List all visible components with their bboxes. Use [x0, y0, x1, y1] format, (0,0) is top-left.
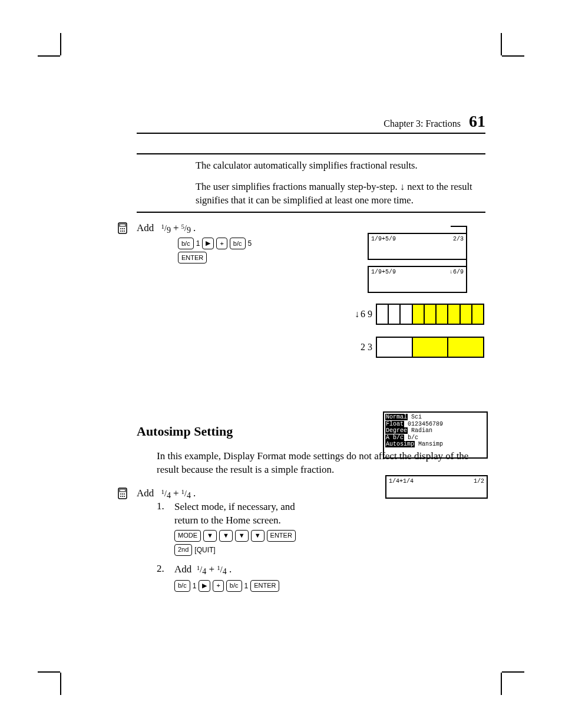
step2-number: 2. [157, 563, 168, 592]
key-bc: b/c [226, 580, 242, 592]
svg-point-2 [120, 228, 121, 229]
autosimp-row2-text: The user simplifies fractions manually s… [196, 180, 485, 207]
example1-frac2: 5/9 [181, 222, 191, 235]
table-row: The user simplifies fractions manually s… [137, 177, 485, 212]
key-1: 1 [193, 581, 197, 591]
key-plus: + [216, 238, 227, 249]
frac-2-3: 2 3 [361, 342, 372, 353]
key-plus: + [213, 580, 223, 592]
bar-strip-3 [376, 337, 484, 358]
step1-number: 1. [157, 500, 168, 556]
screen-mansimp-result: 1/9+5/9 ↓6/9 [368, 266, 467, 293]
calculator-icon [118, 222, 127, 237]
page-number: 61 [469, 112, 485, 130]
example2-frac1: 1/4 [161, 487, 171, 500]
key-1b: 1 [244, 581, 249, 591]
step2-trail: . [229, 564, 232, 575]
screen1-expr: 1/9+5/9 [371, 236, 396, 242]
example1-plus: + [173, 222, 179, 234]
key-right: ▶ [202, 238, 214, 249]
step2-keys: b/c 1 ▶ + b/c 1 ENTER [174, 580, 310, 592]
autosimp-row1-text: The calculator automatically simplifies … [196, 159, 485, 172]
example2-lead: Add [137, 487, 154, 499]
example2-trail: . [193, 487, 196, 499]
key-right: ▶ [199, 580, 210, 592]
screen2-expr: 1/9+5/9 [371, 269, 396, 275]
result-screen-2: 1/4+1/4 1/2 [385, 475, 488, 499]
key-down: ▼ [251, 530, 265, 542]
header-rule [137, 133, 485, 134]
svg-point-3 [122, 228, 123, 229]
example2-frac2: 1/4 [181, 487, 191, 500]
fraction-bar-chart: ↓ 6 9 2 [344, 304, 485, 358]
screen-autosimp-result: 1/9+5/9 2/3 [368, 233, 467, 260]
down-arrow-icon: ↓ [355, 309, 359, 319]
bar-strip-9 [376, 304, 484, 325]
step2-frac2: 1/4 [217, 563, 226, 578]
svg-rect-9 [120, 489, 125, 492]
svg-point-4 [124, 228, 125, 229]
autosimp-table: The calculator automatically simplifies … [137, 153, 485, 213]
example2-plus: + [173, 487, 179, 499]
key-enter: ENTER [178, 252, 207, 263]
key-bc: b/c [230, 238, 246, 249]
key-bc: b/c [174, 580, 190, 592]
bar-row-6-9: ↓ 6 9 [344, 304, 485, 325]
key-down: ▼ [235, 530, 249, 542]
key-enter: ENTER [267, 530, 296, 542]
example1-frac1: 1/9 [161, 222, 171, 235]
step2-lead: Add [174, 564, 191, 575]
svg-point-15 [124, 496, 125, 497]
key-bc: b/c [178, 238, 194, 249]
key-down: ▼ [219, 530, 233, 542]
svg-point-14 [122, 496, 123, 497]
svg-point-12 [124, 493, 125, 495]
key-mode: MODE [174, 530, 201, 542]
table-row: The calculator automatically simplifies … [137, 154, 485, 177]
step-1: 1. Select mode, if necessary, and return… [157, 500, 485, 556]
example1-trail: . [193, 222, 196, 234]
mode-line-5: Autosimp Mansimp [385, 441, 485, 448]
screen2-result: ↓6/9 [449, 269, 464, 275]
mode-screen: Normal Sci Float 0123456789 Degree Radia… [383, 411, 488, 459]
svg-point-7 [124, 230, 125, 232]
frac-6-9: 6 9 [361, 309, 372, 319]
svg-point-13 [120, 496, 121, 497]
screen1-result: 2/3 [453, 236, 464, 242]
step1-text-a: Select [174, 501, 201, 512]
svg-point-11 [122, 493, 123, 495]
svg-rect-1 [120, 224, 125, 226]
chapter-label: Chapter 3: Fractions [384, 118, 461, 129]
svg-point-6 [122, 230, 123, 232]
key-enter: ENTER [250, 580, 279, 592]
mode-line-3: Degree Radian [385, 427, 485, 434]
result2-value: 1/2 [474, 478, 484, 485]
svg-point-5 [120, 230, 121, 232]
mode-line-2: Float 0123456789 [385, 421, 485, 428]
key-down: ▼ [203, 530, 217, 542]
running-head: Chapter 3: Fractions 61 [384, 112, 485, 131]
mode-line-4: A b/c b/c [385, 434, 485, 442]
mode-line-1: Normal Sci [385, 414, 485, 421]
key-2nd: 2nd [174, 544, 192, 556]
result2-expr: 1/4+1/4 [389, 478, 414, 485]
step-2: 2. Add 1/4 + 1/4 . b/c 1 ▶ + b/c 1 ENTER [157, 563, 485, 592]
svg-point-10 [120, 493, 121, 495]
calculator-icon [118, 487, 127, 502]
step1-keys-row2: 2nd [QUIT] [174, 544, 310, 556]
step2-frac1: 1/4 [197, 563, 206, 578]
step2-plus: + [209, 564, 217, 575]
example1-lead: Add [137, 222, 154, 234]
key-1: 1 [196, 239, 200, 248]
key-quit: [QUIT] [194, 545, 215, 555]
example1-screens: 1/9+5/9 2/3 1/9+5/9 ↓6/9 ↓ 6 9 [368, 233, 485, 370]
bar-row-2-3: 2 3 [344, 337, 485, 358]
key-5: 5 [248, 239, 252, 248]
step1-keys-row1: MODE ▼ ▼ ▼ ▼ ENTER [174, 530, 310, 542]
